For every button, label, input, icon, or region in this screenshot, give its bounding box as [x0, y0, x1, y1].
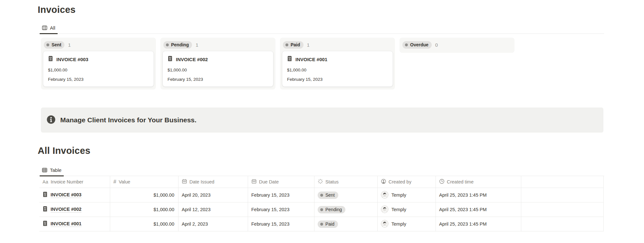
- board-group-header[interactable]: Paid 1: [282, 40, 393, 51]
- receipt-icon: [287, 56, 292, 63]
- cell-invoice-number[interactable]: INVOICE #003: [39, 188, 110, 202]
- avatar: [381, 220, 389, 229]
- status-pill: Pending: [163, 41, 192, 49]
- cell-invoice-number[interactable]: INVOICE #001: [39, 217, 110, 231]
- cell-due-date[interactable]: February 15, 2023: [248, 202, 314, 217]
- table-row-invoice-001: INVOICE #001 $1,000.00 April 2, 2023 Feb…: [39, 217, 604, 231]
- tab-label: Table: [50, 167, 62, 173]
- board-group-pending: Pending 1 INVOICE #002 $1,000.00 Februar…: [160, 38, 275, 89]
- cell-empty[interactable]: [521, 202, 604, 217]
- cell-empty[interactable]: [521, 188, 604, 202]
- column-header-created-by[interactable]: Created by: [378, 176, 436, 188]
- card-due-date: February 15, 2023: [48, 77, 149, 82]
- receipt-icon: [43, 206, 48, 213]
- invoice-link[interactable]: INVOICE #001: [51, 221, 82, 227]
- board-group-header[interactable]: Pending 1: [163, 40, 273, 51]
- status-pill: Paid: [318, 220, 338, 228]
- card-value: $1,000.00: [287, 68, 388, 72]
- status-dot-icon: [320, 208, 323, 211]
- card-title[interactable]: INVOICE #003: [48, 56, 149, 63]
- receipt-icon: [168, 56, 173, 63]
- receipt-icon: [48, 56, 53, 63]
- tab-label: All: [50, 25, 55, 31]
- status-dot-icon: [320, 223, 323, 226]
- cell-status[interactable]: Sent: [314, 188, 378, 202]
- cell-status[interactable]: Pending: [314, 202, 378, 217]
- status-dot-icon: [166, 43, 169, 46]
- notion-invoices-page: Invoices All Sent 1 INVO: [0, 0, 644, 243]
- group-count: 0: [435, 42, 438, 48]
- card-due-date: February 15, 2023: [168, 77, 268, 82]
- calendar-icon: [182, 179, 187, 185]
- tab-table-view[interactable]: Table: [39, 165, 64, 176]
- column-header-invoice-number[interactable]: Aa Invoice Number: [39, 176, 110, 188]
- callout-text: Manage Client Invoices for Your Business…: [60, 116, 197, 124]
- avatar: [381, 191, 389, 200]
- cell-value[interactable]: $1,000.00: [110, 202, 178, 217]
- cell-created-by[interactable]: Temply: [378, 202, 436, 217]
- card-due-date: February 15, 2023: [287, 77, 388, 82]
- cell-due-date[interactable]: February 15, 2023: [248, 217, 314, 231]
- invoices-board: Sent 1 INVOICE #003 $1,000.00 February 1…: [41, 38, 604, 89]
- board-card-invoice-001[interactable]: INVOICE #001 $1,000.00 February 15, 2023: [282, 51, 393, 87]
- board-view-tabbar: All: [38, 23, 604, 34]
- group-count: 1: [307, 42, 310, 48]
- receipt-icon: [43, 220, 48, 228]
- table-view-tabbar: Table: [38, 165, 604, 176]
- board-group-sent: Sent 1 INVOICE #003 $1,000.00 February 1…: [41, 38, 156, 89]
- column-header-due-date[interactable]: Due Date: [248, 176, 314, 188]
- status-pill: Pending: [318, 206, 345, 213]
- cell-value[interactable]: $1,000.00: [110, 188, 178, 202]
- cell-due-date[interactable]: February 15, 2023: [248, 188, 314, 202]
- status-dot-icon: [285, 43, 288, 46]
- cell-status[interactable]: Paid: [314, 217, 378, 231]
- board-group-overdue: Overdue 0: [399, 38, 514, 53]
- receipt-icon: [43, 192, 48, 199]
- cell-date-issued[interactable]: April 2, 2023: [178, 217, 248, 231]
- column-header-status[interactable]: Status: [314, 176, 378, 188]
- board-group-header[interactable]: Overdue 0: [402, 40, 512, 50]
- number-type-icon: #: [113, 179, 116, 185]
- card-title[interactable]: INVOICE #002: [168, 56, 268, 63]
- cell-date-issued[interactable]: April 12, 2023: [178, 202, 248, 217]
- board-card-invoice-002[interactable]: INVOICE #002 $1,000.00 February 15, 2023: [163, 51, 273, 87]
- cell-invoice-number[interactable]: INVOICE #002: [39, 202, 110, 217]
- card-title[interactable]: INVOICE #001: [287, 56, 388, 63]
- status-pill: Paid: [283, 41, 303, 49]
- clock-icon: [439, 179, 445, 185]
- status-icon: [318, 179, 323, 185]
- column-header-created-time[interactable]: Created time: [436, 176, 521, 188]
- text-type-icon: Aa: [43, 179, 48, 184]
- board-view-icon: [42, 25, 47, 31]
- cell-created-time[interactable]: April 25, 2023 1:45 PM: [436, 217, 521, 231]
- board-card-invoice-003[interactable]: INVOICE #003 $1,000.00 February 15, 2023: [43, 51, 154, 87]
- cell-created-time[interactable]: April 25, 2023 1:45 PM: [436, 202, 521, 217]
- cell-value[interactable]: $1,000.00: [110, 217, 178, 231]
- invoice-link[interactable]: INVOICE #003: [51, 192, 82, 198]
- column-header-date-issued[interactable]: Date Issued: [178, 176, 248, 188]
- group-count: 1: [196, 42, 198, 48]
- tab-all-board-view[interactable]: All: [39, 23, 58, 33]
- status-pill: Sent: [44, 41, 64, 49]
- table-view-icon: [42, 167, 47, 173]
- info-icon: [45, 115, 55, 125]
- board-group-header[interactable]: Sent 1: [43, 40, 154, 51]
- group-count: 1: [68, 42, 71, 48]
- table-row-invoice-003: INVOICE #003 $1,000.00 April 20, 2023 Fe…: [39, 188, 604, 202]
- callout: Manage Client Invoices for Your Business…: [41, 107, 603, 133]
- cell-created-by[interactable]: Temply: [378, 188, 436, 202]
- cell-created-time[interactable]: April 25, 2023 1:45 PM: [436, 188, 521, 202]
- person-icon: [381, 179, 386, 185]
- table-row-invoice-002: INVOICE #002 $1,000.00 April 12, 2023 Fe…: [39, 202, 604, 217]
- cell-date-issued[interactable]: April 20, 2023: [178, 188, 248, 202]
- avatar: [381, 205, 389, 214]
- status-pill: Overdue: [402, 41, 432, 49]
- column-header-empty[interactable]: [521, 176, 604, 188]
- column-header-value[interactable]: # Value: [110, 176, 178, 188]
- calendar-icon: [251, 179, 257, 185]
- cell-created-by[interactable]: Temply: [378, 217, 436, 231]
- table-body: INVOICE #003 $1,000.00 April 20, 2023 Fe…: [39, 188, 604, 231]
- cell-empty[interactable]: [521, 217, 604, 231]
- invoice-link[interactable]: INVOICE #002: [51, 207, 82, 212]
- table-header-row: Aa Invoice Number # Value Date Issued Du…: [39, 176, 604, 188]
